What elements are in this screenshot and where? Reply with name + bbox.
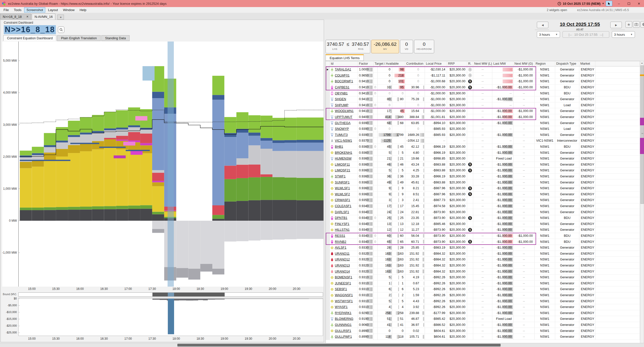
row-marker[interactable]: ▶ — [326, 67, 330, 72]
column-header-RRP[interactable]: RRP — [447, 61, 467, 66]
menu-layout[interactable]: Layout — [46, 7, 60, 13]
title-bar[interactable]: ez2view Australia by Global-Roam - https… — [0, 0, 644, 7]
unit-link[interactable]: FINLYSF1 — [335, 222, 349, 226]
row-marker[interactable] — [326, 298, 330, 304]
unit-link[interactable]: DPNTB1 — [335, 216, 347, 220]
table-row-FINLYSF1[interactable]: FINLYSF10.9340131312.18-$985.46$20,300.0… — [326, 221, 640, 227]
row-marker[interactable] — [326, 233, 330, 239]
row-marker[interactable] — [326, 245, 330, 251]
unit-id[interactable]: WYASF1 — [330, 304, 358, 310]
unit-id[interactable]: CRWASF1 — [330, 197, 358, 203]
unit-link[interactable]: BLOWERNG — [335, 317, 353, 321]
unit-id[interactable]: BOCORWF1 — [330, 79, 358, 84]
unit-id[interactable]: WLWLSF1 — [330, 185, 358, 191]
unit-id[interactable]: SUNRSF1 — [330, 179, 358, 185]
table-row-WYASF1[interactable]: WYASF10.9310443.92-$992.26$20,300.00---$… — [326, 304, 640, 310]
unit-id[interactable]: URANQ14 — [330, 268, 358, 274]
row-marker[interactable] — [326, 90, 330, 96]
workspace-tab[interactable]: N-AVMN_16 — [32, 14, 55, 20]
table-row-BLOWERNG[interactable]: BLOWERNG0.9190515146.87-$985.42$20,300.0… — [326, 316, 640, 322]
menu-window[interactable]: Window — [61, 7, 77, 13]
unit-link[interactable]: WLWLSF2 — [335, 192, 350, 196]
unit-id[interactable]: LIMOSF11 — [330, 162, 358, 168]
unit-id[interactable]: COLWF01 — [330, 73, 358, 79]
window-after-select[interactable]: 3 hours▼ — [612, 31, 635, 38]
unit-link[interactable]: TARALGA1 — [335, 68, 351, 71]
table-row-RESS1[interactable]: RESS10.93400606056.04-$973.90$20,300.00-… — [326, 233, 640, 239]
unit-id[interactable]: DPNTB1 — [330, 215, 358, 221]
row-marker[interactable] — [326, 162, 330, 168]
table-row-BROKENH1[interactable]: BROKENH10.9360554.80-$966.19$20,300.00--… — [326, 150, 640, 156]
unit-link[interactable]: WOODLWN1 — [335, 109, 354, 113]
close-tab-icon[interactable]: ✕ — [26, 15, 28, 18]
unit-link[interactable]: DARLSF1 — [335, 210, 349, 214]
unit-id[interactable]: WAGGNSF1 — [330, 292, 358, 298]
unit-id[interactable]: TARALGA1 — [330, 67, 358, 72]
table-row-GUNNING1[interactable]: GUNNING10.9060414136.97-$986.52$20,300.0… — [326, 322, 640, 328]
unit-link[interactable]: URANQ11 — [335, 252, 350, 255]
row-marker[interactable] — [326, 197, 330, 203]
row-marker[interactable] — [326, 150, 330, 156]
menu-screenshot[interactable]: Screenshot — [24, 7, 45, 13]
table-row-SNOWYP[interactable]: SNOWYP0.9390000-$985.93$20,300.00------N… — [326, 126, 640, 132]
unit-link[interactable]: VIC1-NSW1 — [335, 139, 352, 142]
unit-link[interactable]: SHGEN — [335, 97, 346, 101]
unit-id[interactable]: URANQ12 — [330, 257, 358, 262]
unit-id[interactable]: GUTHEGA — [330, 120, 358, 126]
horizontal-scrollbar[interactable] — [0, 343, 644, 347]
menu-file[interactable]: File — [1, 7, 11, 13]
row-marker[interactable] — [326, 316, 330, 322]
unit-link[interactable]: BHB1 — [335, 145, 343, 148]
column-header-Region[interactable]: Region — [535, 61, 555, 66]
row-marker[interactable] — [326, 126, 330, 132]
table-row-SHPUMP[interactable]: SHPUMP0.9410000-$1,000.00$20,300.00-----… — [326, 102, 640, 108]
table-row-QBYNB1[interactable]: QBYNB10.94100000-$1,000.00$20,300.00----… — [326, 90, 640, 96]
table-row-COLWF01[interactable]: COLWF010.965002180-$1,117.11$20,300.00S-… — [326, 73, 640, 79]
unit-link[interactable]: WYASF1 — [335, 305, 348, 309]
unit-link[interactable]: SHPUMP — [335, 103, 348, 107]
unit-id[interactable]: AVLSF1 — [330, 245, 358, 251]
help-button[interactable]: ? — [640, 21, 644, 28]
row-marker[interactable] — [326, 144, 330, 150]
row-marker[interactable] — [326, 251, 330, 257]
unit-id[interactable]: RYEPARK1 — [330, 310, 358, 316]
table-row-JUNEESF1[interactable]: JUNEESF10.9310110.67-$992.26$20,300.00--… — [326, 281, 640, 287]
row-marker[interactable] — [326, 185, 330, 191]
unit-id[interactable]: SNOWYP — [330, 126, 358, 132]
table-row-BOCORWF1[interactable]: BOCORWF10.941001010-$1,000.68$20,300.00S… — [326, 79, 640, 85]
row-marker[interactable] — [326, 96, 330, 102]
unit-id[interactable]: BHB1 — [330, 144, 358, 150]
row-marker[interactable] — [326, 179, 330, 185]
row-marker[interactable] — [326, 79, 330, 84]
column-header-Next MW (G)[interactable]: Next MW (G) — [513, 61, 535, 66]
unit-link[interactable]: GUTHEGA — [335, 121, 350, 125]
unit-link[interactable]: JUNEESF1 — [335, 282, 351, 285]
column-header-blank[interactable] — [326, 61, 330, 66]
row-marker[interactable] — [326, 328, 330, 334]
unit-id[interactable]: BOMENSF1 — [330, 275, 358, 280]
row-marker[interactable] — [326, 73, 330, 79]
column-header-Next MW (L)[interactable]: Next MW (L) — [473, 61, 492, 66]
unit-link[interactable]: HILLSTN1 — [335, 228, 350, 232]
unit-id[interactable]: FINLYSF1 — [330, 221, 358, 227]
add-tab-button[interactable]: + — [57, 15, 64, 20]
unit-id[interactable]: GULLPWF1 — [330, 334, 358, 340]
snapshot-button[interactable] — [633, 21, 640, 28]
table-row-TUMUT3[interactable]: TUMUT30.9390179917991689.26-$985.93$20,3… — [326, 132, 640, 138]
table-row-SHGEN[interactable]: SHGEN0.9410808075.28-$1,000.00$20,300.00… — [326, 96, 640, 102]
table-row-URANQ12[interactable]: URANQ120.9320163163151.92-$984.32$20,300… — [326, 257, 640, 263]
unit-id[interactable]: WOODLWN1 — [330, 108, 358, 114]
unit-id[interactable]: LIMOSF21 — [330, 168, 358, 173]
table-scrollbar[interactable]: ▲ ▼ — [640, 61, 644, 347]
workspace-tab[interactable]: N>>16_8_18✕ — [0, 14, 31, 20]
unit-link[interactable]: QBYNB1 — [335, 92, 348, 95]
row-marker[interactable] — [326, 221, 330, 227]
unit-id[interactable]: URANQ13 — [330, 263, 358, 268]
unit-id[interactable]: GUNNING1 — [330, 322, 358, 328]
restore-button[interactable] — [624, 0, 634, 7]
unit-link[interactable]: URANQ14 — [335, 270, 350, 273]
unit-link[interactable]: LIMOSF21 — [335, 169, 350, 172]
unit-id[interactable]: WSTWYSF1 — [330, 298, 358, 304]
close-button[interactable]: ✕ — [634, 0, 644, 7]
table-row-LIMOSF21[interactable]: LIMOSF210.9360554.25-$983.88$20,300.00S-… — [326, 168, 640, 174]
